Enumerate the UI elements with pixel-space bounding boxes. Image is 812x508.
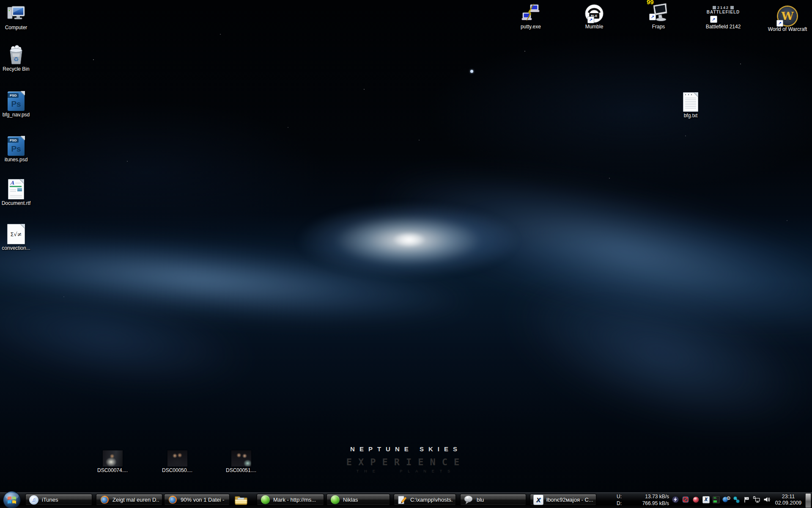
desktop-icon-photo-1[interactable]: DSC00074....	[89, 450, 136, 474]
desktop-icon-bfg-txt[interactable]: bfg.txt	[667, 91, 714, 119]
download-label: D:	[617, 500, 622, 507]
desktop-icon-label: DSC00074....	[97, 468, 128, 474]
taskbar-grip-handle[interactable]	[805, 493, 811, 508]
desktop-icon-world-of-warcraft[interactable]: W ↗ World of Warcraft	[764, 2, 811, 33]
desktop-icon-label: DSC00050....	[162, 468, 192, 474]
wallpaper-title: NEPTUNE SKIES	[258, 445, 554, 453]
taskbar-button-chat-mark[interactable]: Mark - http://ms...	[257, 494, 324, 505]
xfire-tray-icon[interactable]: X	[702, 496, 710, 503]
desktop-icon-label: bfg_nav.psd	[3, 112, 30, 118]
wallpaper-tagline: THE PLANETS	[258, 469, 554, 473]
desktop-icon-label: Recycle Bin	[3, 66, 29, 72]
wallpaper-moon	[470, 70, 473, 73]
desktop-icon-label: Computer	[5, 25, 27, 31]
photoshop-file-icon: PSD Ps	[8, 135, 25, 156]
text-file-icon	[683, 91, 698, 112]
desktop-icon-photo-2[interactable]: DSC00050....	[154, 450, 200, 474]
desktop-icon-fraps[interactable]: 99 ↗ Fraps	[635, 2, 682, 30]
lightning-tray-icon[interactable]	[672, 496, 679, 503]
wallpaper-sun-core	[392, 232, 426, 247]
math-document-icon: Σ√≠	[7, 223, 25, 244]
desktop-icon-recycle-bin[interactable]: ♻ Recycle Bin	[0, 44, 37, 72]
wallpaper-horizon-band	[0, 220, 476, 340]
desktop-icon-computer[interactable]: Computer	[0, 3, 37, 31]
taskbar-clock[interactable]: 23:11 02.09.2009	[772, 494, 804, 506]
desktop-icon-battlefield-2142[interactable]: 2142 BATTLEFIELD ↗ Battlefield 2142	[700, 2, 746, 30]
download-value: 766.95 kB/s	[642, 500, 669, 507]
blocked-overlay-tray-icon[interactable]	[682, 496, 689, 503]
taskbar-button-chat-niklas[interactable]: Niklas	[326, 494, 390, 505]
wallpaper-sun-glow	[296, 202, 520, 279]
taskbar-button-firefox-1[interactable]: Zeigt mal euren D...	[96, 494, 162, 505]
folder-icon	[234, 494, 249, 506]
wallpaper-caption: NEPTUNE SKIES EXPERIENCE THE PLANETS	[258, 445, 554, 473]
network-speed-monitor: U: 13.73 kB/s D: 766.95 kB/s	[617, 493, 669, 507]
taskbar-button-itunes[interactable]: ♫ iTunes	[25, 494, 92, 505]
taskbar-button-editor-xampp[interactable]: C:\xampp\vhosts...	[394, 494, 456, 505]
desktop-icon-convection[interactable]: Σ√≠ convection...	[0, 223, 37, 251]
volume-tray-icon[interactable]	[763, 496, 771, 503]
firefox-icon	[99, 495, 110, 505]
desktop-icon-label: Fraps	[652, 24, 665, 30]
recycle-bin-icon: ♻	[6, 44, 26, 65]
desktop-icon-label: World of Warcraft	[768, 27, 807, 33]
upload-value: 13.73 kB/s	[645, 493, 669, 500]
clock-date: 02.09.2009	[772, 500, 804, 506]
flag-tray-icon[interactable]	[743, 496, 750, 503]
mumble-icon: BLE ↗	[585, 2, 604, 23]
network-tray-icon[interactable]	[753, 496, 760, 503]
taskbar-button-blu[interactable]: * blu	[460, 494, 526, 505]
desktop-icon-bfg-nav-psd[interactable]: PSD Ps bfg_nav.psd	[0, 90, 37, 118]
putty-icon	[521, 2, 540, 23]
meter-tray-icon[interactable]: 01	[712, 496, 720, 503]
wallpaper-clouds	[0, 0, 812, 508]
desktop-icon-label: convection...	[2, 246, 30, 251]
start-button[interactable]	[3, 491, 21, 508]
text-editor-icon	[397, 495, 407, 505]
desktop-icon-label: DSC00051....	[226, 468, 256, 474]
wallpaper-stars	[0, 0, 1, 1]
desktop-icon-label: bfg.txt	[684, 113, 698, 119]
desktop-icon-label: putty.exe	[521, 24, 541, 30]
desktop-icon-putty[interactable]: putty.exe	[508, 2, 554, 30]
wallpaper-upper-band	[365, 137, 812, 367]
desktop-icon-label: itunes.psd	[5, 157, 28, 163]
wallpaper-left-stream	[0, 243, 320, 434]
windows-logo-icon	[3, 491, 21, 508]
svg-text:♻: ♻	[14, 56, 19, 63]
photo-thumbnail	[231, 450, 251, 467]
world-of-warcraft-icon: W ↗	[778, 2, 797, 25]
desktop-icon-mumble[interactable]: BLE ↗ Mumble	[571, 2, 617, 30]
taskbar-button-xfire[interactable]: X łbonє92мajoя - C...	[530, 494, 596, 505]
shortcut-overlay-icon: ↗	[587, 17, 594, 23]
computer-icon	[6, 3, 26, 24]
rtf-document-icon: A	[8, 178, 24, 199]
desktop-icon-label: Battlefield 2142	[706, 24, 741, 30]
itunes-icon: ♫	[29, 495, 39, 505]
taskbar-button-firefox-download[interactable]: 90% von 1 Datei - ...	[164, 494, 230, 505]
shortcut-overlay-icon: ↗	[776, 20, 783, 27]
desktop-icon-photo-3[interactable]: DSC00051....	[218, 450, 264, 474]
chat-bubble-icon: *	[464, 495, 474, 505]
desktop-icon-label: Document.rtf	[2, 201, 31, 207]
clock-time: 23:11	[772, 494, 804, 500]
desktop-icon-itunes-psd[interactable]: PSD Ps itunes.psd	[0, 135, 37, 163]
photo-thumbnail	[167, 450, 187, 467]
wallpaper-right-swath	[422, 198, 812, 508]
desktop[interactable]: NEPTUNE SKIES EXPERIENCE THE PLANETS Com…	[0, 0, 812, 508]
desktop-icon-label: Mumble	[585, 24, 604, 30]
taskbar: ♫ iTunes Zeigt mal euren D...	[0, 492, 812, 508]
messenger-orb-icon	[330, 495, 340, 505]
red-orb-tray-icon[interactable]	[692, 496, 700, 503]
desktop-icon-document-rtf[interactable]: A Document.rtf	[0, 178, 37, 207]
dual-orb-tray-icon[interactable]	[732, 496, 740, 503]
gear-tray-icon[interactable]: ⚙	[722, 496, 730, 503]
fraps-icon: 99 ↗	[648, 2, 669, 23]
wallpaper-subtitle: EXPERIENCE	[258, 457, 554, 467]
battlefield-2142-icon: 2142 BATTLEFIELD ↗	[707, 2, 740, 23]
photo-thumbnail	[103, 450, 123, 467]
firefox-icon	[167, 495, 178, 505]
taskbar-explorer-folder-button[interactable]	[233, 494, 250, 506]
shortcut-overlay-icon: ↗	[649, 14, 656, 20]
xfire-icon: X	[533, 495, 543, 505]
